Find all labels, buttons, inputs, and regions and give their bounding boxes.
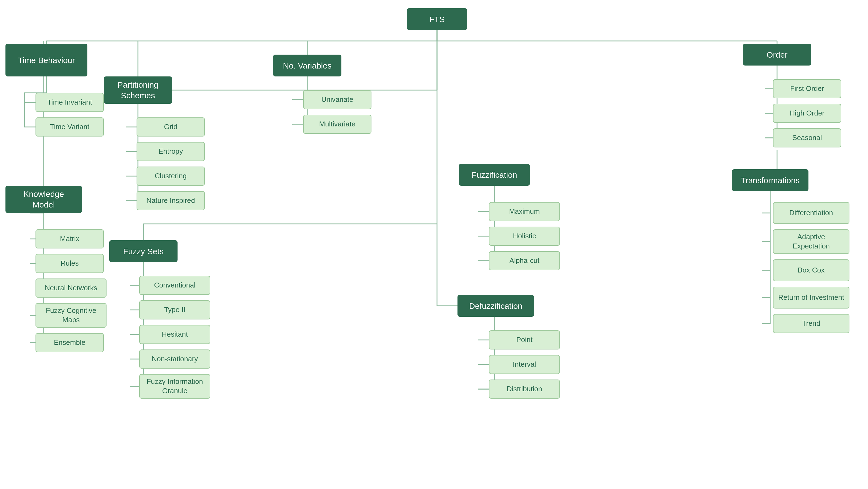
fuzzyInfoGranule-node: Fuzzy Information Granule: [139, 374, 210, 399]
distribution-node: Distribution: [489, 380, 560, 399]
interval-node: Interval: [489, 355, 560, 374]
boxCox-node: Box Cox: [773, 259, 849, 281]
order-node: Order: [743, 44, 811, 66]
transformations-node: Transformations: [732, 169, 808, 191]
timeVariant-node: Time Variant: [35, 118, 104, 136]
clustering-node: Clustering: [136, 167, 205, 186]
trend-node: Trend: [773, 314, 849, 333]
typeII-node: Type II: [139, 300, 210, 320]
partitioningSchemes-node: Partitioning Schemes: [104, 76, 172, 104]
returnOfInvestment-node: Return of Investment: [773, 287, 849, 308]
fuzzyCognitiveMaps-node: Fuzzy Cognitive Maps: [35, 303, 106, 328]
alphaCut-node: Alpha-cut: [489, 251, 560, 270]
defuzzification-node: Defuzzification: [458, 295, 534, 317]
timeInvariant-node: Time Invariant: [35, 93, 104, 112]
seasonal-node: Seasonal: [773, 128, 841, 148]
conventional-node: Conventional: [139, 276, 210, 295]
univariate-node: Univariate: [303, 90, 371, 109]
natureInspired-node: Nature Inspired: [136, 191, 205, 210]
holistic-node: Holistic: [489, 227, 560, 246]
maximum-node: Maximum: [489, 202, 560, 221]
highOrder-node: High Order: [773, 104, 841, 123]
knowledgeModel-node: Knowledge Model: [5, 186, 82, 213]
adaptiveExpectation-node: Adaptive Expectation: [773, 229, 849, 254]
multivariate-node: Multivariate: [303, 115, 371, 134]
neuralNetworks-node: Neural Networks: [35, 279, 106, 298]
fuzzySets-node: Fuzzy Sets: [109, 240, 178, 262]
differentiation-node: Differentiation: [773, 202, 849, 224]
entropy-node: Entropy: [136, 142, 205, 161]
nonStationary-node: Non-stationary: [139, 350, 210, 368]
point-node: Point: [489, 330, 560, 350]
timeBehaviour-node: Time Behaviour: [5, 44, 87, 76]
ensemble-node: Ensemble: [35, 333, 104, 352]
fuzzification-node: Fuzzification: [459, 164, 530, 186]
fts-node: FTS: [407, 8, 467, 30]
noVariables-node: No. Variables: [273, 55, 341, 76]
grid-node: Grid: [136, 118, 205, 136]
firstOrder-node: First Order: [773, 79, 841, 98]
rules-node: Rules: [35, 254, 104, 273]
hesitant-node: Hesitant: [139, 325, 210, 344]
matrix-node: Matrix: [35, 229, 104, 249]
